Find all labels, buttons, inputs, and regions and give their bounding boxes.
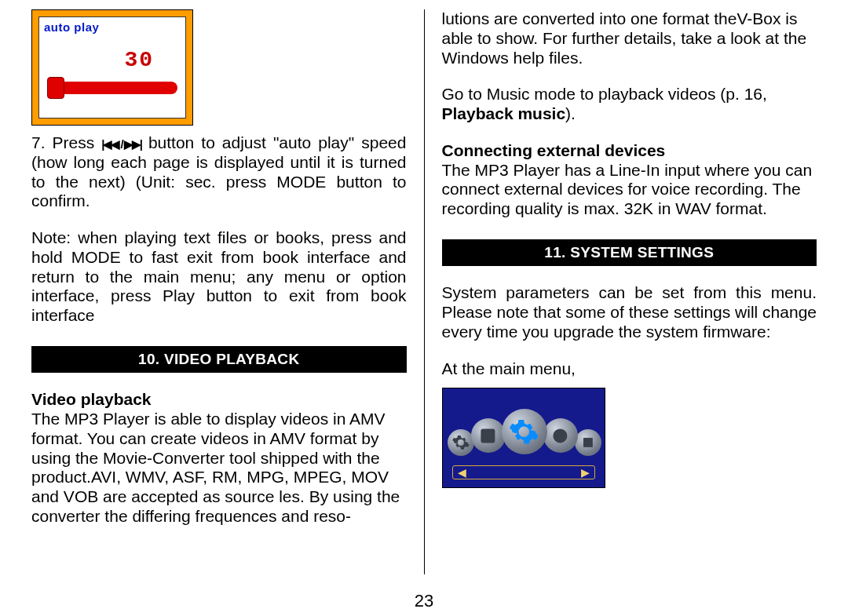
playback-music-bold: Playback music [442,104,566,122]
autoplay-screen-inner: auto play 30 [38,16,186,118]
left-para-2: Note: when playing text files or books, … [31,228,407,326]
left-video-para: Video playback The MP3 Player is able to… [31,390,407,526]
svg-point-1 [554,428,568,443]
right-para-2a: Go to Music mode to playback videos (p. … [442,85,767,103]
right-para-4: System parameters can be set from this m… [442,283,817,341]
gear-icon [508,416,540,448]
video-playback-subheading: Video playback [31,390,152,408]
autoplay-slider-knob [47,77,64,99]
right-para-2b: ). [565,104,576,122]
autoplay-slider-track [47,82,177,94]
right-para-3: The MP3 Player has a Line-In input where… [442,161,813,218]
right-para-2: Go to Music mode to playback videos (p. … [442,85,817,124]
prev-next-icon: |◀◀/▶▶| [101,137,141,151]
section-system-settings: 11. SYSTEM SETTINGS [442,239,817,266]
svg-rect-0 [481,428,495,443]
right-column: lutions are converted into one format th… [425,9,817,610]
chevron-right-icon: ▶ [581,467,590,478]
left-para-1: 7. Press |◀◀/▶▶| button to adjust "auto … [31,133,407,211]
right-para-1: lutions are converted into one format th… [442,9,817,67]
autoplay-screenshot: auto play 30 [31,9,193,126]
gear-icon [476,424,500,448]
svg-rect-2 [583,438,593,447]
prev-icon: |◀◀ [101,137,119,151]
settings-wheel-item [471,418,506,453]
settings-wheel-item [575,429,601,456]
left-column: auto play 30 7. Press |◀◀/▶▶| button to … [31,9,424,610]
connecting-devices-subheading: Connecting external devices [442,141,666,159]
chevron-left-icon: ◀ [458,467,466,478]
section-video-playback: 10. VIDEO PLAYBACK [31,346,407,373]
next-icon: ▶▶| [124,137,141,151]
gear-icon [451,433,470,452]
right-connecting-para: Connecting external devices The MP3 Play… [442,141,817,219]
settings-wheel-center [502,409,547,454]
gear-icon [579,433,598,452]
gear-icon [548,424,572,448]
right-para-5: At the main menu, [442,359,817,379]
settings-nav-bar: ◀ ▶ [452,465,595,479]
left-para-1a: 7. Press [31,133,101,151]
system-settings-screenshot: ◀ ▶ [442,388,605,488]
left-para-3: The MP3 Player is able to display videos… [31,410,400,525]
page-number: 23 [0,591,848,611]
settings-wheel-item [448,429,474,456]
autoplay-value: 30 [124,47,154,73]
settings-wheel-item [543,418,578,453]
autoplay-title: auto play [44,20,99,35]
